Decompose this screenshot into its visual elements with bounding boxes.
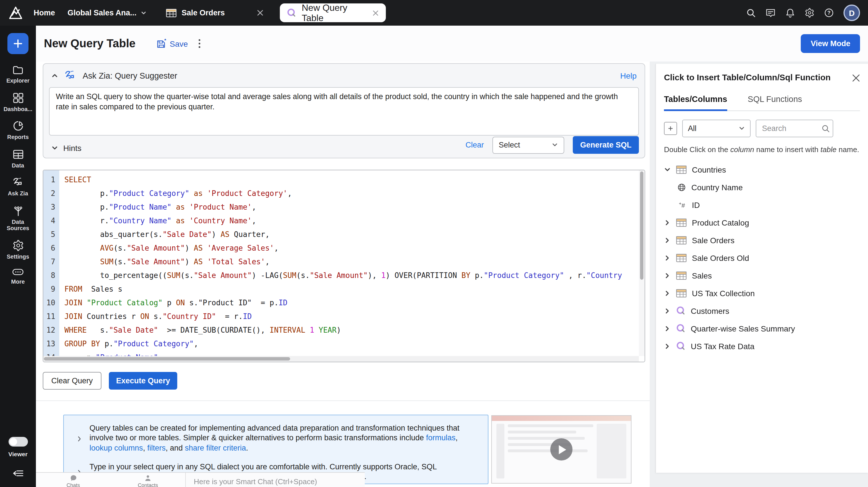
zia-icon: [64, 69, 77, 82]
tree-item-sale-orders-old[interactable]: Sale Orders Old: [664, 249, 860, 266]
tree-item-label: Countries: [692, 165, 726, 174]
tree-item-us-tax-rate-data[interactable]: US Tax Rate Data: [664, 337, 860, 355]
tab-sql-functions[interactable]: SQL Functions: [748, 95, 802, 110]
info-link[interactable]: filters: [147, 444, 166, 452]
tree-item-us-tax-collection[interactable]: US Tax Collection: [664, 284, 860, 302]
info-link[interactable]: lookup columns: [90, 444, 143, 452]
tree-item-product-catalog[interactable]: Product Catalog: [664, 214, 860, 231]
hints-label[interactable]: Hints: [63, 143, 82, 153]
table-icon: [12, 149, 24, 160]
chevron-right-icon[interactable]: [664, 254, 671, 261]
table-icon: [676, 289, 687, 298]
sidebar-item-ask-zia[interactable]: Ask Zia: [1, 176, 35, 197]
search-input[interactable]: [761, 124, 818, 133]
smart-chat-input[interactable]: Here is your Smart Chat (Ctrl+Space): [185, 473, 365, 487]
scrollbar-thumb[interactable]: [640, 171, 644, 280]
chevron-right-icon[interactable]: [664, 325, 671, 332]
tree-column-id[interactable]: +#ID: [664, 196, 860, 214]
search-box[interactable]: [756, 120, 833, 137]
query-prompt-box[interactable]: Write an SQL query to show the quarter-w…: [49, 87, 639, 136]
table-filter-dropdown[interactable]: All: [682, 120, 751, 137]
settings-gear-icon[interactable]: [805, 8, 814, 18]
info-link[interactable]: share filter criteria: [185, 444, 246, 452]
tree-item-sales[interactable]: Sales: [664, 266, 860, 284]
viewer-mode-toggle[interactable]: [8, 437, 28, 447]
tree-item-sale-orders[interactable]: Sale Orders: [664, 231, 860, 249]
sidebar-item-data[interactable]: Data: [1, 149, 35, 169]
sidebar-item-data-sources[interactable]: Data Sources: [1, 205, 35, 231]
tree-item-label: Country Name: [691, 183, 743, 192]
line-number: 12: [43, 324, 59, 337]
line-number: 14: [43, 351, 59, 356]
tree-item-label: Sale Orders Old: [692, 253, 749, 262]
tab-tables-columns[interactable]: Tables/Columns: [664, 95, 727, 111]
sidebar-item-more[interactable]: More: [1, 268, 35, 285]
chevron-down-icon: [141, 10, 146, 16]
close-panel-icon[interactable]: [852, 73, 860, 82]
generate-sql-button[interactable]: Generate SQL: [573, 136, 639, 154]
query-prompt-text[interactable]: Write an SQL query to show the quarter-w…: [56, 92, 632, 112]
collapse-sidebar-icon[interactable]: [12, 469, 24, 478]
notifications-icon[interactable]: [785, 8, 795, 18]
line-number: 11: [43, 310, 59, 324]
close-tab-icon[interactable]: [372, 9, 379, 16]
tree-item-quarter-wise-sales-summary[interactable]: Quarter-wise Sales Summary: [664, 320, 860, 337]
tab-label: Sale Orders: [182, 8, 225, 17]
expand-hints-icon[interactable]: [51, 145, 58, 152]
clear-query-button[interactable]: Clear Query: [43, 372, 101, 390]
play-button[interactable]: [550, 438, 572, 460]
table-select-dropdown[interactable]: Select: [492, 136, 564, 154]
workspace-name: Global Sales Ana...: [67, 8, 136, 17]
code-line: 10JOIN "Product Catalog" p ON s."Product…: [43, 296, 639, 310]
close-tab-icon[interactable]: [257, 9, 264, 17]
chats-icon: [69, 475, 77, 482]
create-new-button[interactable]: [7, 33, 29, 54]
sidebar-item-dashboards[interactable]: Dashboa...: [1, 92, 35, 112]
collapse-panel-icon[interactable]: [51, 72, 58, 79]
analytics-logo-icon[interactable]: [8, 5, 23, 21]
code-line: 5 abs_quarter(s."Sale Date") AS Quarter,: [43, 228, 639, 241]
execute-query-button[interactable]: Execute Query: [109, 372, 178, 390]
chevron-right-icon[interactable]: [664, 219, 671, 226]
tree-item-label: Product Catalog: [692, 218, 749, 227]
chevron-right-icon[interactable]: [664, 307, 671, 314]
save-button[interactable]: * Save: [156, 38, 188, 49]
user-avatar[interactable]: D: [843, 5, 860, 21]
expand-all-icon[interactable]: [664, 122, 677, 135]
feedback-icon[interactable]: [766, 8, 776, 18]
sidebar-item-label: Settings: [7, 253, 29, 260]
tree-column-country-name[interactable]: Country Name: [664, 178, 860, 196]
viewer-label: Viewer: [8, 451, 27, 457]
sidebar-item-explorer[interactable]: Explorer: [1, 64, 35, 84]
tree-item-customers[interactable]: Customers: [664, 302, 860, 320]
contacts-button[interactable]: Contacts: [111, 473, 185, 487]
chevron-right-icon[interactable]: [664, 343, 671, 350]
home-link[interactable]: Home: [34, 8, 55, 17]
sql-code-editor[interactable]: 1SELECT2 p."Product Category" as 'Produc…: [43, 170, 645, 362]
more-options-icon[interactable]: [198, 39, 200, 48]
sidebar-item-reports[interactable]: Reports: [1, 120, 35, 140]
view-mode-button[interactable]: View Mode: [801, 34, 860, 53]
editor-horizontal-scrollbar[interactable]: [43, 356, 639, 362]
help-icon[interactable]: ?: [824, 8, 834, 18]
chevron-right-icon[interactable]: [664, 237, 671, 244]
number-column-icon: +#: [677, 201, 687, 208]
tab-sale-orders[interactable]: Sale Orders: [165, 8, 225, 18]
scrollbar-thumb[interactable]: [44, 357, 290, 361]
tree-item-countries[interactable]: Countries: [664, 161, 860, 178]
info-link[interactable]: formulas: [426, 434, 456, 442]
tab-new-query-table[interactable]: New Query Table: [280, 3, 386, 22]
help-link[interactable]: Help: [620, 71, 637, 80]
sidebar-item-settings[interactable]: Settings: [1, 239, 35, 260]
sidebar-item-label: Explorer: [6, 77, 29, 84]
chats-button[interactable]: Chats: [36, 473, 111, 487]
chevron-right-icon[interactable]: [664, 290, 671, 296]
clear-prompt-link[interactable]: Clear: [465, 141, 484, 149]
chevron-right-icon[interactable]: [664, 272, 671, 279]
line-number: 6: [43, 241, 59, 255]
chevron-down-icon[interactable]: [664, 166, 671, 173]
editor-vertical-scrollbar[interactable]: [639, 170, 645, 356]
workspace-switcher[interactable]: Global Sales Ana...: [67, 8, 146, 17]
search-icon[interactable]: [746, 8, 756, 18]
tutorial-video-thumbnail[interactable]: [491, 415, 631, 484]
